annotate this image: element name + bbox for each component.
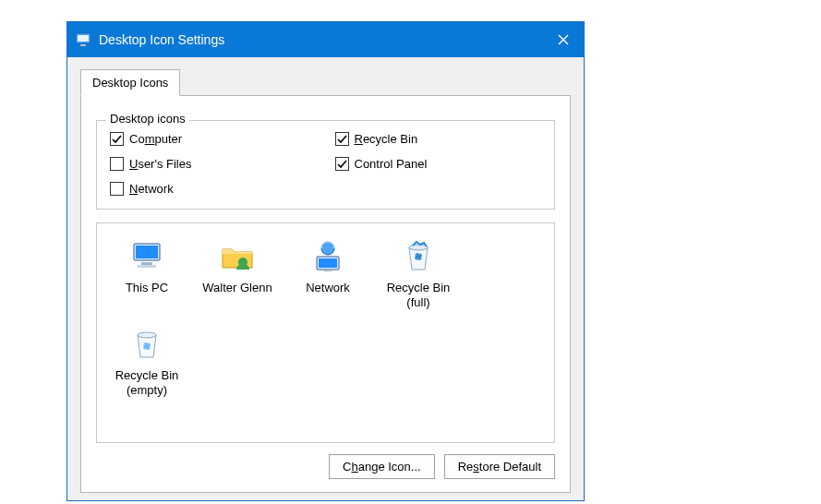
app-icon [75,31,91,48]
svg-rect-12 [319,258,337,268]
group-legend: Desktop icons [106,112,189,126]
svg-rect-1 [78,35,89,42]
tab-header: Desktop Icons [80,69,571,96]
button-row: Change Icon... Restore Default [96,454,555,479]
recycle-bin-full-icon [400,238,437,275]
checkbox-recycle-bin[interactable]: Recycle Bin [335,132,542,146]
icon-item-label: This PC [126,281,168,295]
checkbox-box[interactable] [110,182,124,196]
close-button[interactable] [542,22,584,57]
checkbox-computer[interactable]: Computer [110,132,317,146]
checkbox-box[interactable] [335,157,349,171]
dialog-content: Desktop Icons Desktop icons ComputerRecy… [67,57,584,500]
titlebar: Desktop Icon Settings [67,22,584,57]
tab-panel: Desktop icons ComputerRecycle BinUser's … [80,95,571,493]
change-icon-button[interactable]: Change Icon... [329,454,435,479]
svg-rect-7 [141,262,152,265]
checkbox-network[interactable]: Network [110,182,317,196]
this-pc-icon [128,238,165,275]
icon-item-network[interactable]: Network [285,233,370,317]
checkbox-label: Network [129,182,174,196]
checkbox-box[interactable] [110,132,124,146]
icon-item-label: Recycle Bin (full) [387,281,451,311]
svg-point-16 [138,332,156,338]
restore-default-button[interactable]: Restore Default [444,454,555,479]
svg-rect-8 [138,265,156,268]
tab-label: Desktop Icons [92,76,168,90]
icon-item-user-files[interactable]: Walter Glenn [195,233,280,317]
checkbox-label: User's Files [129,157,192,171]
network-icon [309,238,346,275]
checkbox-label: Control Panel [355,157,428,171]
window-title: Desktop Icon Settings [99,32,542,47]
desktop-icon-settings-window: Desktop Icon Settings Desktop Icons Desk… [66,21,585,501]
icon-preview-list[interactable]: This PCWalter GlennNetworkRecycle Bin (f… [96,222,555,443]
recycle-bin-empty-icon [128,326,165,363]
icon-item-label: Recycle Bin (empty) [115,368,179,399]
checkbox-box[interactable] [110,157,124,171]
tab-desktop-icons[interactable]: Desktop Icons [80,69,180,96]
checkbox-user-s-files[interactable]: User's Files [110,157,317,171]
svg-rect-6 [136,246,158,258]
icon-item-label: Network [306,281,350,295]
checkbox-box[interactable] [335,132,349,146]
icon-item-label: Walter Glenn [202,281,272,295]
checkbox-label: Computer [129,132,182,146]
icon-item-recycle-bin-empty[interactable]: Recycle Bin (empty) [104,320,189,404]
checkbox-control-panel[interactable]: Control Panel [335,157,542,171]
svg-rect-2 [80,44,86,46]
desktop-icons-group: Desktop icons ComputerRecycle BinUser's … [96,120,555,210]
svg-rect-13 [324,270,332,271]
icon-item-recycle-bin-full[interactable]: Recycle Bin (full) [376,233,461,317]
svg-point-17 [143,342,151,350]
svg-point-15 [415,253,422,260]
icon-item-this-pc[interactable]: This PC [104,233,189,317]
checkbox-label: Recycle Bin [355,132,418,146]
user-files-icon [219,238,256,275]
